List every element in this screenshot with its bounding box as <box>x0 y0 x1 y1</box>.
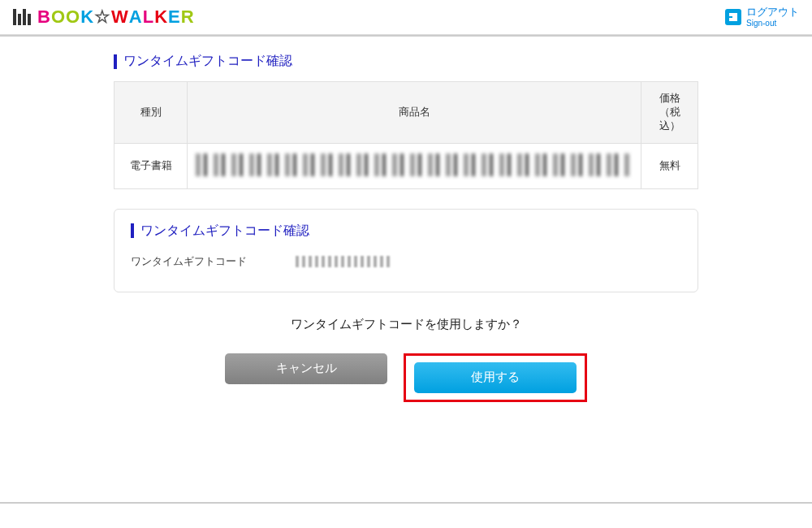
th-product: 商品名 <box>188 82 641 144</box>
highlight-box: 使用する <box>404 353 587 402</box>
redacted-giftcode-value <box>296 256 393 267</box>
header: BOOK☆WALKER ログアウト Sign-out <box>0 0 812 35</box>
page-title: ワンタイムギフトコード確認 <box>114 53 698 70</box>
panel-title: ワンタイムギフトコード確認 <box>131 223 681 240</box>
giftcode-panel: ワンタイムギフトコード確認 ワンタイムギフトコード <box>114 209 698 292</box>
giftcode-row: ワンタイムギフトコード <box>131 254 681 269</box>
redacted-product-name <box>196 154 633 176</box>
cell-type: 電子書籍 <box>114 143 188 188</box>
cell-price: 無料 <box>641 143 698 188</box>
th-price: 価格 （税込） <box>641 82 698 144</box>
logo-text: BOOK☆WALKER <box>37 6 195 28</box>
footer-divider <box>0 502 812 504</box>
table-row: 電子書籍 無料 <box>114 143 698 188</box>
logo-bars-icon <box>13 9 31 25</box>
signout-text: ログアウト Sign-out <box>746 6 799 27</box>
table-header-row: 種別 商品名 価格 （税込） <box>114 82 698 144</box>
cell-product <box>188 143 641 188</box>
button-row: キャンセル 使用する <box>114 353 698 402</box>
signout-label: ログアウト <box>746 6 799 18</box>
save-disk-icon <box>725 9 741 25</box>
logo[interactable]: BOOK☆WALKER <box>13 6 195 28</box>
signout-button[interactable]: ログアウト Sign-out <box>725 6 799 27</box>
th-type: 種別 <box>114 82 188 144</box>
confirm-text: ワンタイムギフトコードを使用しますか？ <box>114 317 698 332</box>
page-title-text: ワンタイムギフトコード確認 <box>123 53 292 70</box>
divider <box>0 35 812 37</box>
cancel-button[interactable]: キャンセル <box>225 353 387 384</box>
panel-title-text: ワンタイムギフトコード確認 <box>140 223 309 240</box>
main: ワンタイムギフトコード確認 種別 商品名 価格 （税込） 電子書籍 無料 ワンタ… <box>114 53 698 402</box>
signout-sub: Sign-out <box>746 19 799 28</box>
use-button[interactable]: 使用する <box>414 362 577 393</box>
giftcode-label: ワンタイムギフトコード <box>131 254 247 269</box>
product-table: 種別 商品名 価格 （税込） 電子書籍 無料 <box>114 81 698 189</box>
